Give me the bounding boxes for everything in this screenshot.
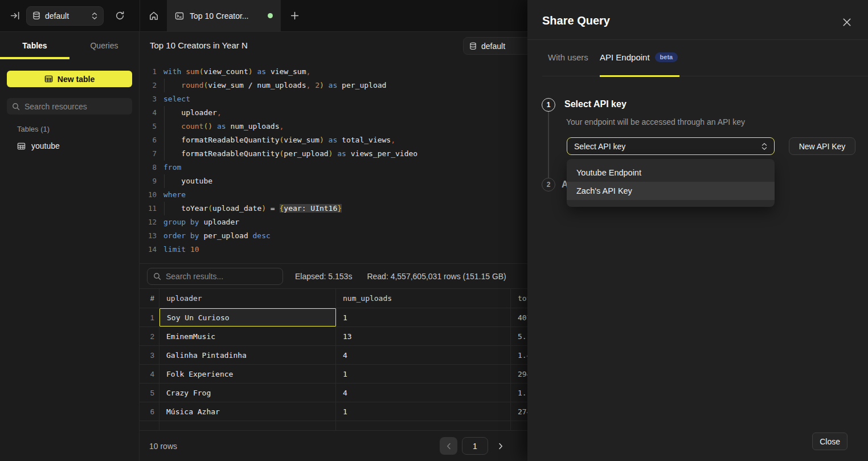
step-connector-line bbox=[548, 112, 549, 178]
line-number: 2 bbox=[140, 79, 157, 92]
share-panel-tabs: With users API Endpoint beta bbox=[527, 40, 868, 77]
sidebar-tab-tables[interactable]: Tables bbox=[0, 32, 69, 59]
tab-api-endpoint[interactable]: API Endpoint beta bbox=[600, 52, 678, 62]
elapsed-stat: Elapsed: 5.153s bbox=[295, 272, 352, 281]
tab-api-endpoint-label: API Endpoint bbox=[600, 52, 650, 62]
table-cell[interactable]: 2 bbox=[140, 327, 159, 345]
sql-code: formatReadableQuantity(per_upload) as vi… bbox=[157, 147, 417, 161]
search-resources-field[interactable] bbox=[7, 98, 132, 115]
table-cell[interactable]: 6 bbox=[140, 402, 159, 421]
refresh-icon[interactable] bbox=[108, 0, 131, 32]
sql-code: formatReadableQuantity(view_sum) as tota… bbox=[157, 133, 395, 147]
line-number: 7 bbox=[140, 147, 157, 161]
line-number: 4 bbox=[140, 106, 157, 120]
sql-code: uploader, bbox=[157, 106, 222, 120]
search-resources-input[interactable] bbox=[24, 102, 127, 111]
row-count-label: 10 rows bbox=[149, 442, 177, 451]
sql-code: youtube bbox=[157, 174, 212, 188]
table-cell[interactable]: 1 bbox=[336, 365, 511, 383]
search-icon bbox=[153, 272, 161, 280]
database-icon bbox=[32, 11, 40, 20]
home-icon[interactable] bbox=[140, 0, 167, 31]
tab-strip: Top 10 Creator... bbox=[140, 0, 308, 31]
database-icon bbox=[469, 42, 477, 50]
chevron-updown-icon bbox=[92, 12, 97, 20]
table-icon bbox=[17, 142, 26, 150]
column-header-num-uploads[interactable]: num_uploads bbox=[336, 289, 511, 308]
sql-code: order by per_upload desc bbox=[157, 229, 271, 243]
line-number: 11 bbox=[140, 202, 157, 215]
sql-code: limit 10 bbox=[157, 243, 199, 256]
table-cell[interactable]: Música Azhar bbox=[159, 402, 336, 421]
query-database-value: default bbox=[481, 42, 526, 51]
sidebar-tabs: Tables Queries bbox=[0, 32, 139, 59]
table-cell[interactable]: 1 bbox=[336, 402, 511, 421]
share-query-panel: Share Query With users API Endpoint beta… bbox=[527, 0, 868, 461]
table-cell[interactable]: 4 bbox=[336, 384, 511, 402]
table-cell[interactable]: 5 bbox=[140, 384, 159, 402]
close-icon[interactable] bbox=[840, 15, 854, 29]
line-number: 5 bbox=[140, 120, 157, 133]
tab-with-users[interactable]: With users bbox=[548, 52, 588, 62]
tab-top-10-creators[interactable]: Top 10 Creator... bbox=[167, 0, 281, 31]
search-results-input[interactable] bbox=[166, 272, 277, 281]
terminal-icon bbox=[175, 11, 184, 21]
new-table-label: New table bbox=[58, 75, 95, 84]
topbar-left: default bbox=[0, 0, 140, 31]
new-table-button[interactable]: New table bbox=[7, 71, 132, 87]
table-cell[interactable]: 4 bbox=[140, 365, 159, 383]
table-cell[interactable]: Galinha Pintadinha bbox=[159, 346, 336, 364]
step-1-title: Select API key bbox=[564, 99, 627, 109]
database-selector[interactable]: default bbox=[26, 6, 104, 26]
close-panel-button[interactable]: Close bbox=[812, 433, 847, 450]
collapse-sidebar-icon[interactable] bbox=[3, 0, 26, 32]
sidebar: Tables Queries New table Tables (1) yout… bbox=[0, 32, 140, 461]
search-icon bbox=[12, 103, 20, 111]
prev-page-button[interactable] bbox=[440, 437, 457, 455]
table-cell[interactable]: 3 bbox=[140, 346, 159, 364]
api-key-option[interactable]: Youtube Endpoint bbox=[567, 164, 775, 182]
selected-cell[interactable]: Soy Un Curioso bbox=[159, 308, 336, 327]
sql-code: from bbox=[157, 161, 181, 174]
step-1-indicator: 1 bbox=[542, 98, 555, 112]
sql-code: toYear(upload_date) = {year: UInt16} bbox=[157, 202, 342, 215]
table-cell[interactable]: Crazy Frog bbox=[159, 384, 336, 402]
table-item-label: youtube bbox=[31, 141, 60, 150]
line-number: 13 bbox=[140, 229, 157, 243]
new-api-key-button[interactable]: New API Key bbox=[789, 137, 855, 155]
table-cell[interactable]: 1 bbox=[336, 308, 511, 327]
current-page-button[interactable]: 1 bbox=[462, 437, 488, 455]
sql-code: with sum(view_count) as view_sum, bbox=[157, 65, 310, 79]
table-icon bbox=[44, 75, 53, 83]
line-number: 14 bbox=[140, 243, 157, 256]
step-1-description: Your endpoint will be accessed through a… bbox=[566, 117, 745, 127]
share-panel-header: Share Query bbox=[527, 0, 868, 40]
line-number: 6 bbox=[140, 133, 157, 147]
new-tab-button[interactable] bbox=[281, 0, 308, 31]
column-header-uploader[interactable]: uploader bbox=[159, 289, 336, 308]
database-selector-value: default bbox=[45, 11, 87, 21]
chevron-updown-icon bbox=[761, 142, 767, 150]
table-cell[interactable]: 13 bbox=[336, 327, 511, 345]
sidebar-item-youtube[interactable]: youtube bbox=[10, 138, 133, 154]
sql-code: where bbox=[157, 188, 186, 202]
api-key-select[interactable]: Select API key bbox=[567, 137, 775, 155]
table-cell[interactable]: 4 bbox=[336, 346, 511, 364]
sql-code: round(view_sum / num_uploads, 2) as per_… bbox=[157, 79, 386, 92]
table-cell[interactable]: 1 bbox=[140, 308, 159, 327]
line-number: 8 bbox=[140, 161, 157, 174]
line-number: 10 bbox=[140, 188, 157, 202]
search-results-field[interactable] bbox=[147, 268, 283, 285]
next-page-button[interactable] bbox=[493, 437, 509, 455]
api-key-select-value: Select API key bbox=[574, 142, 761, 151]
line-number: 12 bbox=[140, 215, 157, 229]
table-cell[interactable]: Folk Experience bbox=[159, 365, 336, 383]
column-header-index[interactable]: # bbox=[140, 289, 159, 308]
line-number: 3 bbox=[140, 92, 157, 106]
query-title: Top 10 Creators in Year N bbox=[150, 40, 248, 50]
api-key-option[interactable]: Zach's API Key bbox=[567, 182, 775, 200]
tab-label: Top 10 Creator... bbox=[190, 11, 262, 21]
table-cell[interactable]: EminemMusic bbox=[159, 327, 336, 345]
query-database-selector[interactable]: default bbox=[463, 37, 533, 55]
sidebar-tab-queries[interactable]: Queries bbox=[69, 32, 139, 59]
